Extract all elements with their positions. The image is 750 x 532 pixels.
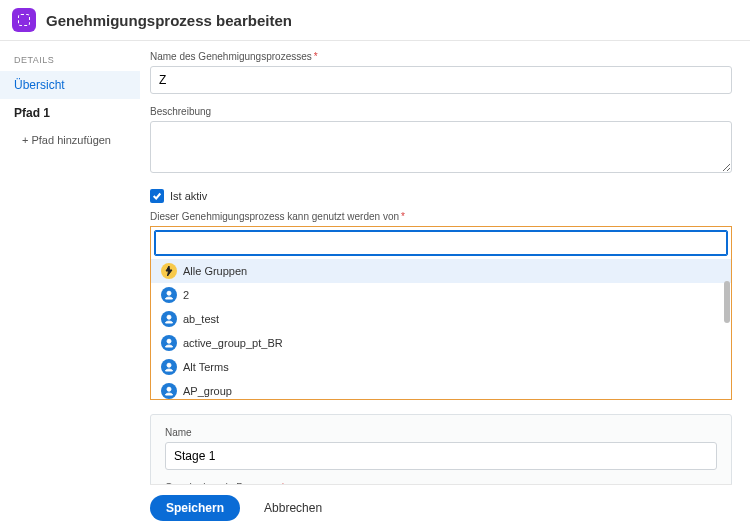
required-star-icon: * bbox=[401, 211, 405, 222]
group-icon bbox=[161, 359, 177, 375]
description-input[interactable] bbox=[150, 121, 732, 173]
sidebar-item-path-1[interactable]: Pfad 1 bbox=[0, 99, 140, 127]
used-by-label: Dieser Genehmigungsprozess kann genutzt … bbox=[150, 211, 732, 222]
dropdown-item-label: ab_test bbox=[183, 313, 219, 325]
stage-name-input[interactable] bbox=[165, 442, 717, 470]
group-icon bbox=[161, 335, 177, 351]
used-by-input[interactable] bbox=[154, 230, 728, 256]
bolt-icon bbox=[161, 263, 177, 279]
save-button[interactable]: Speichern bbox=[150, 495, 240, 521]
group-icon bbox=[161, 383, 177, 399]
cancel-button[interactable]: Abbrechen bbox=[258, 500, 328, 516]
page-header: Genehmigungsprozess bearbeiten bbox=[0, 0, 750, 41]
dropdown-item[interactable]: ab_test bbox=[151, 307, 731, 331]
approval-process-icon bbox=[12, 8, 36, 32]
dropdown-item-label: Alt Terms bbox=[183, 361, 229, 373]
process-name-label: Name des Genehmigungsprozesses* bbox=[150, 51, 732, 62]
description-label: Beschreibung bbox=[150, 106, 732, 117]
active-checkbox-label: Ist aktiv bbox=[170, 190, 207, 202]
dropdown-item-label: Alle Gruppen bbox=[183, 265, 247, 277]
check-icon bbox=[152, 191, 162, 201]
sidebar-heading: DETAILS bbox=[0, 49, 140, 71]
required-star-icon: * bbox=[314, 51, 318, 62]
active-checkbox-row[interactable]: Ist aktiv bbox=[150, 189, 732, 203]
svg-point-0 bbox=[167, 291, 171, 295]
dropdown-item-label: active_group_pt_BR bbox=[183, 337, 283, 349]
used-by-combobox: Alle Gruppen 2 ab_test active_group_pt_B… bbox=[150, 226, 732, 400]
active-checkbox[interactable] bbox=[150, 189, 164, 203]
main-panel: Name des Genehmigungsprozesses* Beschrei… bbox=[140, 41, 750, 531]
svg-point-4 bbox=[167, 387, 171, 391]
sidebar: DETAILS Übersicht Pfad 1 + Pfad hinzufüg… bbox=[0, 41, 140, 531]
sidebar-add-path[interactable]: + Pfad hinzufügen bbox=[0, 127, 140, 153]
sidebar-item-overview[interactable]: Übersicht bbox=[0, 71, 140, 99]
svg-point-2 bbox=[167, 339, 171, 343]
dropdown-item-label: AP_group bbox=[183, 385, 232, 397]
dropdown-item[interactable]: 2 bbox=[151, 283, 731, 307]
dropdown-item[interactable]: Alt Terms bbox=[151, 355, 731, 379]
footer-actions: Speichern Abbrechen bbox=[150, 484, 732, 531]
svg-point-1 bbox=[167, 315, 171, 319]
dropdown-item-label: 2 bbox=[183, 289, 189, 301]
dropdown-item[interactable]: active_group_pt_BR bbox=[151, 331, 731, 355]
dropdown-item[interactable]: AP_group bbox=[151, 379, 731, 399]
group-icon bbox=[161, 311, 177, 327]
stage-name-label: Name bbox=[165, 427, 717, 438]
dropdown-item-all-groups[interactable]: Alle Gruppen bbox=[151, 259, 731, 283]
process-name-input[interactable] bbox=[150, 66, 732, 94]
group-icon bbox=[161, 287, 177, 303]
page-title: Genehmigungsprozess bearbeiten bbox=[46, 12, 292, 29]
used-by-dropdown: Alle Gruppen 2 ab_test active_group_pt_B… bbox=[151, 259, 731, 399]
dropdown-scrollbar[interactable] bbox=[724, 281, 730, 323]
svg-point-3 bbox=[167, 363, 171, 367]
